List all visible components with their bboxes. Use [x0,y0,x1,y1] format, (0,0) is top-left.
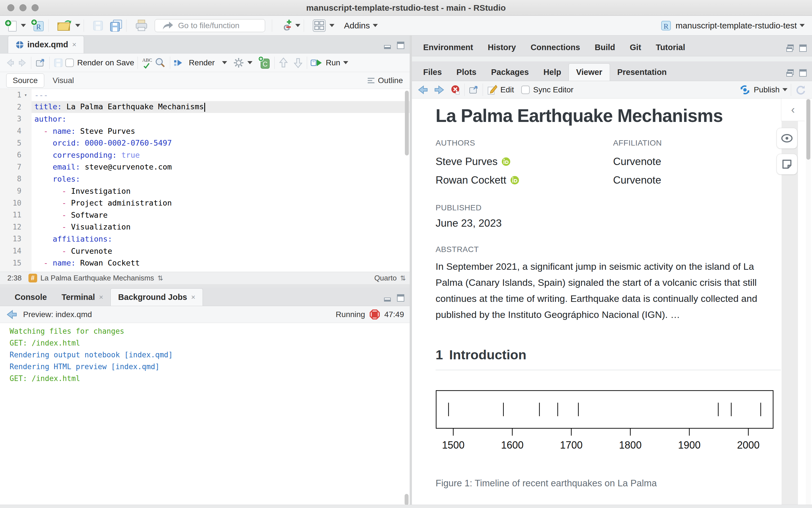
annotation-note-button[interactable] [776,154,797,175]
save-button[interactable] [92,19,104,32]
code-line[interactable]: 7 email: steve@curvenote.com [0,161,410,173]
forward-icon[interactable] [16,58,28,68]
code-line[interactable]: 9 - Investigation [0,185,410,197]
console-scrollbar[interactable] [405,494,409,505]
format-selector[interactable]: Quarto [374,274,397,283]
open-file-button[interactable] [56,19,80,32]
refresh-icon[interactable] [795,84,806,96]
code-line[interactable]: 10 - Project administration [0,197,410,209]
render-on-save-checkbox[interactable] [65,58,74,67]
tab-label: Build [595,43,615,52]
section-selector[interactable]: La Palma Earthquake Mechanisms [41,274,154,283]
code-line[interactable]: 11 - Software [0,209,410,221]
editor-scrollbar[interactable] [405,91,409,156]
tab-visual[interactable]: Visual [53,76,74,85]
code-line[interactable]: 5 orcid: 0000-0002-0760-5497 [0,137,410,149]
tab-help[interactable]: Help [536,64,569,81]
code-line[interactable]: 4 - name: Steve Purves [0,125,410,137]
source-editor[interactable]: 1▾---2title: La Palma Earthquake Mechani… [0,89,410,272]
orcid-icon[interactable] [510,176,519,185]
orcid-icon[interactable] [501,157,511,166]
viewer-scroll-thumb[interactable] [806,99,810,160]
tab-files[interactable]: Files [416,64,449,81]
new-file-button[interactable] [4,19,26,32]
maximize-pane-icon[interactable] [396,294,405,302]
job-back-icon[interactable] [6,309,18,320]
run-previous-icon[interactable] [278,57,289,69]
tab-close-icon[interactable]: × [99,293,103,302]
outline-button[interactable]: Outline [367,76,403,85]
viewer-back-icon[interactable] [417,85,430,95]
code-line[interactable]: 8 roles: [0,173,410,185]
tab-connections[interactable]: Connections [523,39,587,56]
print-button[interactable] [134,19,149,32]
preview-eye-button[interactable] [776,128,797,149]
code-line[interactable]: 6 corresponding: true [0,149,410,161]
back-icon[interactable] [5,58,16,68]
tab-plots[interactable]: Plots [449,64,484,81]
tab-history[interactable]: History [480,39,523,56]
minimize-pane-icon[interactable] [384,294,392,302]
tab-close-icon[interactable]: × [72,40,76,49]
code-line[interactable]: 13 affiliations: [0,233,410,245]
tab-build[interactable]: Build [587,39,623,56]
run-next-icon[interactable] [293,57,303,69]
code-line[interactable]: 12 - Visualization [0,221,410,233]
sync-editor-checkbox[interactable] [521,86,530,94]
rstudio-window: manuscript-template-rstudio-test - main … [0,0,812,508]
render-button[interactable]: Render [173,58,227,68]
fold-arrow-icon[interactable]: ▾ [24,89,32,101]
viewer-popout-icon[interactable] [468,85,479,95]
console-output[interactable]: Watching files for changesGET: /index.ht… [0,323,410,508]
pane-splitter[interactable] [410,36,412,508]
code-line[interactable]: 16 orcid: 0000-0002-7859-8394 [0,269,410,272]
clear-viewer-icon[interactable] [450,84,461,95]
code-line[interactable]: 15 - name: Rowan Cockett [0,257,410,269]
project-menu[interactable]: R manuscript-template-rstudio-test [660,19,805,32]
save-all-button[interactable] [109,19,123,32]
addins-menu[interactable]: Addins [339,21,378,31]
maximize-pane-icon[interactable] [799,44,807,52]
spellcheck-icon[interactable]: ABC [141,56,154,69]
publish-button[interactable]: Publish [739,84,787,96]
tab-index-qmd[interactable]: index.qmd × [8,36,84,53]
tab-git[interactable]: Git [622,39,648,56]
tab-environment[interactable]: Environment [416,39,480,56]
tab-presentation[interactable]: Presentation [610,64,674,81]
restore-pane-icon[interactable] [786,69,795,77]
tab-label: Terminal [62,293,95,302]
run-button[interactable]: Run [311,58,348,68]
code-text: orcid: 0000-0002-0760-5497 [32,138,172,147]
collapse-panel-button[interactable]: ‹ [781,98,805,121]
render-settings-button[interactable] [233,57,252,69]
tab-packages[interactable]: Packages [484,64,536,81]
maximize-pane-icon[interactable] [396,41,405,49]
tab-background-jobs[interactable]: Background Jobs× [111,288,203,306]
maximize-pane-icon[interactable] [799,69,807,77]
insert-chunk-button[interactable]: C [257,56,271,70]
minimize-pane-icon[interactable] [384,41,392,49]
viewer-scroll-track[interactable] [806,98,811,508]
code-line[interactable]: 1▾--- [0,89,410,101]
open-folder-icon [56,19,72,32]
tab-viewer[interactable]: Viewer [569,64,610,81]
stop-job-icon[interactable] [370,309,380,320]
tab-close-icon[interactable]: × [191,293,195,302]
edit-button[interactable]: Edit [486,84,514,95]
tab-tutorial[interactable]: Tutorial [649,39,693,56]
code-line[interactable]: 14 - Curvenote [0,245,410,257]
code-line[interactable]: 2title: La Palma Earthquake Mechanisms [0,101,410,113]
workspace-panes-button[interactable] [312,18,334,33]
popout-icon[interactable] [35,58,46,68]
restore-pane-icon[interactable] [786,44,795,52]
tab-source[interactable]: Source [6,74,44,88]
viewer-forward-icon[interactable] [433,85,445,95]
save-doc-icon[interactable] [53,57,64,68]
new-project-button[interactable]: R [31,18,45,33]
search-icon[interactable] [154,56,166,69]
version-control-button[interactable]: G [280,18,300,33]
goto-file-function-input[interactable]: Go to file/function [155,19,265,32]
tab-terminal[interactable]: Terminal× [54,289,111,306]
tab-console[interactable]: Console [7,289,54,306]
code-line[interactable]: 3author: [0,113,410,125]
